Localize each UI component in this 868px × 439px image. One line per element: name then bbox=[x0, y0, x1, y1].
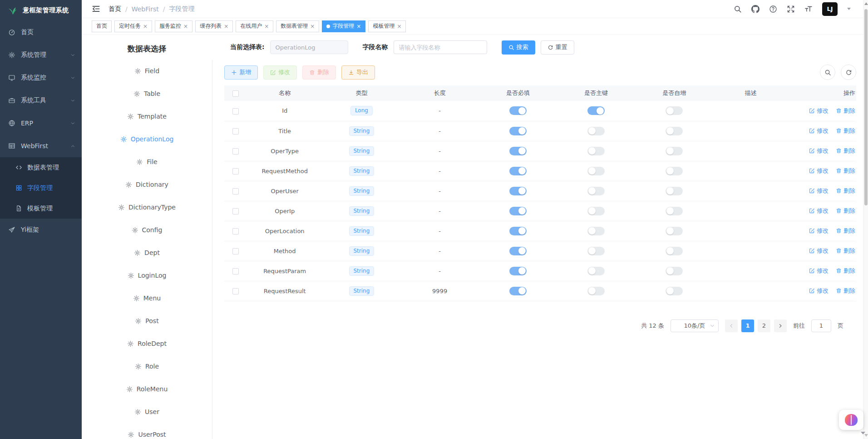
primary-key-toggle[interactable] bbox=[587, 167, 605, 175]
tab-1[interactable]: 定时任务× bbox=[114, 20, 152, 32]
tab-7[interactable]: 模板管理× bbox=[368, 20, 406, 32]
tab-close-icon[interactable]: × bbox=[356, 24, 361, 29]
row-delete-action[interactable]: 删除 bbox=[836, 167, 855, 175]
table-list-item[interactable]: OperationLog bbox=[82, 128, 212, 150]
auto-increment-toggle[interactable] bbox=[666, 267, 683, 275]
primary-key-toggle[interactable] bbox=[587, 207, 605, 215]
row-delete-action[interactable]: 删除 bbox=[836, 247, 855, 255]
row-delete-action[interactable]: 删除 bbox=[836, 127, 855, 135]
select-all-checkbox[interactable] bbox=[232, 90, 239, 97]
tab-close-icon[interactable]: × bbox=[143, 24, 148, 29]
table-list-item[interactable]: LoginLog bbox=[82, 264, 212, 287]
row-edit-action[interactable]: 修改 bbox=[809, 267, 829, 275]
row-checkbox[interactable] bbox=[232, 128, 239, 135]
row-checkbox[interactable] bbox=[232, 288, 239, 294]
sidebar-subitem-2[interactable]: 模板管理 bbox=[0, 198, 82, 219]
scrollbar-thumb[interactable] bbox=[864, 9, 868, 205]
row-delete-action[interactable]: 删除 bbox=[836, 267, 855, 275]
auto-increment-toggle[interactable] bbox=[666, 207, 683, 215]
goto-page-input[interactable] bbox=[811, 319, 831, 332]
row-delete-action[interactable]: 删除 bbox=[836, 187, 855, 195]
app-logo[interactable]: 意框架管理系统 bbox=[0, 0, 82, 21]
delete-button[interactable]: 删除 bbox=[302, 65, 336, 80]
github-icon[interactable] bbox=[751, 5, 760, 13]
tab-close-icon[interactable]: × bbox=[264, 24, 269, 29]
sidebar-item-4[interactable]: ERP bbox=[0, 112, 82, 135]
table-list-item[interactable]: UserPost bbox=[82, 423, 212, 439]
table-list-item[interactable]: Field bbox=[82, 60, 212, 82]
reset-button[interactable]: 重置 bbox=[541, 40, 574, 55]
row-delete-action[interactable]: 删除 bbox=[836, 107, 855, 115]
sidebar-collapse-icon[interactable] bbox=[92, 5, 100, 13]
tab-close-icon[interactable]: × bbox=[183, 24, 188, 29]
row-edit-action[interactable]: 修改 bbox=[809, 167, 829, 175]
field-name-input[interactable] bbox=[394, 40, 487, 54]
scrollbar[interactable] bbox=[863, 0, 868, 439]
tab-close-icon[interactable]: × bbox=[397, 24, 401, 29]
row-checkbox[interactable] bbox=[232, 208, 239, 215]
tab-close-icon[interactable]: × bbox=[310, 24, 315, 29]
row-checkbox[interactable] bbox=[232, 108, 239, 115]
breadcrumb-item[interactable]: 首页 bbox=[108, 5, 121, 13]
sidebar-item-1[interactable]: 系统管理 bbox=[0, 44, 82, 66]
row-edit-action[interactable]: 修改 bbox=[809, 127, 829, 135]
required-toggle[interactable] bbox=[509, 227, 527, 235]
required-toggle[interactable] bbox=[509, 106, 527, 115]
font-size-icon[interactable] bbox=[804, 5, 813, 13]
assistant-widget[interactable] bbox=[839, 410, 863, 430]
auto-increment-toggle[interactable] bbox=[666, 167, 683, 175]
auto-increment-toggle[interactable] bbox=[666, 127, 683, 135]
auto-increment-toggle[interactable] bbox=[666, 247, 683, 255]
primary-key-toggle[interactable] bbox=[587, 267, 605, 275]
auto-increment-toggle[interactable] bbox=[666, 227, 683, 235]
primary-key-toggle[interactable] bbox=[587, 287, 605, 295]
row-checkbox[interactable] bbox=[232, 228, 239, 234]
sidebar-subitem-0[interactable]: 数据表管理 bbox=[0, 157, 82, 178]
required-toggle[interactable] bbox=[509, 187, 527, 195]
row-edit-action[interactable]: 修改 bbox=[809, 247, 829, 255]
auto-increment-toggle[interactable] bbox=[666, 187, 683, 195]
edit-button[interactable]: 修改 bbox=[263, 65, 297, 80]
page-button-1[interactable]: 1 bbox=[741, 319, 754, 332]
avatar[interactable]: LJ bbox=[822, 2, 838, 16]
table-list-item[interactable]: Role bbox=[82, 355, 212, 378]
sidebar-item-0[interactable]: 首页 bbox=[0, 21, 82, 44]
tab-6[interactable]: 字段管理× bbox=[322, 20, 365, 32]
primary-key-toggle[interactable] bbox=[587, 247, 605, 255]
table-list-item[interactable]: Template bbox=[82, 105, 212, 128]
row-edit-action[interactable]: 修改 bbox=[809, 147, 829, 155]
auto-increment-toggle[interactable] bbox=[666, 287, 683, 295]
table-list-item[interactable]: Table bbox=[82, 82, 212, 105]
search-button[interactable]: 搜索 bbox=[502, 40, 535, 55]
table-list-item[interactable]: User bbox=[82, 400, 212, 423]
auto-increment-toggle[interactable] bbox=[666, 106, 683, 115]
table-list-item[interactable]: Dept bbox=[82, 241, 212, 264]
tab-4[interactable]: 在线用户× bbox=[236, 20, 273, 32]
row-edit-action[interactable]: 修改 bbox=[809, 287, 829, 295]
table-list-item[interactable]: RoleMenu bbox=[82, 378, 212, 400]
required-toggle[interactable] bbox=[509, 207, 527, 215]
primary-key-toggle[interactable] bbox=[587, 147, 605, 155]
fullscreen-icon[interactable] bbox=[787, 5, 795, 13]
tab-close-icon[interactable]: × bbox=[224, 24, 228, 29]
primary-key-toggle[interactable] bbox=[587, 106, 605, 115]
table-list-item[interactable]: Post bbox=[82, 309, 212, 332]
primary-key-toggle[interactable] bbox=[587, 227, 605, 235]
sidebar-item-2[interactable]: 系统监控 bbox=[0, 66, 82, 89]
tab-3[interactable]: 缓存列表× bbox=[195, 20, 233, 32]
table-list-item[interactable]: RoleDept bbox=[82, 332, 212, 355]
tab-5[interactable]: 数据表管理× bbox=[276, 20, 319, 32]
table-list-item[interactable]: Config bbox=[82, 219, 212, 241]
required-toggle[interactable] bbox=[509, 167, 527, 175]
sidebar-subitem-1[interactable]: 字段管理 bbox=[0, 178, 82, 198]
add-button[interactable]: 新增 bbox=[224, 65, 258, 80]
row-delete-action[interactable]: 删除 bbox=[836, 227, 855, 235]
tab-2[interactable]: 服务监控× bbox=[155, 20, 192, 32]
row-edit-action[interactable]: 修改 bbox=[809, 227, 829, 235]
sidebar-item-3[interactable]: 系统工具 bbox=[0, 89, 82, 112]
sidebar-item-5[interactable]: WebFirst bbox=[0, 135, 82, 157]
required-toggle[interactable] bbox=[509, 247, 527, 255]
chevron-down-icon[interactable] bbox=[847, 8, 851, 10]
row-delete-action[interactable]: 删除 bbox=[836, 207, 855, 215]
row-edit-action[interactable]: 修改 bbox=[809, 107, 829, 115]
